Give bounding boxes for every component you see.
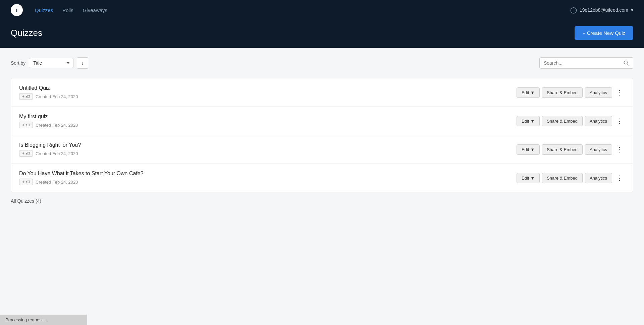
quiz-row: My first quiz + 🏷 Created Feb 24, 2020 E…: [11, 107, 633, 135]
analytics-button[interactable]: Analytics: [585, 144, 612, 155]
edit-label: Edit: [522, 147, 529, 152]
main-nav: Quizzes Polls Giveaways: [35, 7, 107, 13]
tag-icon: 🏷: [26, 94, 30, 99]
quiz-title: My first quiz: [19, 114, 517, 120]
more-options-button[interactable]: ⋮: [614, 145, 625, 154]
edit-label: Edit: [522, 90, 529, 95]
logo[interactable]: i: [11, 4, 24, 16]
quiz-date: Created Feb 24, 2020: [36, 94, 78, 99]
add-tag-button[interactable]: + 🏷: [19, 150, 33, 157]
edit-button[interactable]: Edit ▼: [517, 87, 540, 98]
quiz-info: Do You Have What it Takes to Start Your …: [19, 171, 517, 185]
sort-group: Sort by Title Date Created Date Modified…: [11, 57, 88, 69]
plus-icon: +: [22, 151, 24, 156]
quiz-meta: + 🏷 Created Feb 24, 2020: [19, 93, 517, 100]
chevron-down-icon: ▼: [530, 147, 535, 152]
create-quiz-button[interactable]: + Create New Quiz: [575, 26, 633, 40]
sort-direction-icon: ↓: [81, 60, 84, 67]
search-icon: [624, 60, 629, 66]
quiz-meta: + 🏷 Created Feb 24, 2020: [19, 122, 517, 128]
processing-label: Processing request...: [5, 317, 46, 322]
quiz-title: Do You Have What it Takes to Start Your …: [19, 171, 517, 177]
chevron-down-icon: ▼: [530, 176, 535, 181]
search-box: [539, 57, 633, 69]
plus-icon: +: [22, 94, 24, 99]
edit-label: Edit: [522, 119, 529, 124]
share-embed-button[interactable]: Share & Embed: [542, 116, 583, 126]
quiz-meta: + 🏷 Created Feb 24, 2020: [19, 150, 517, 157]
processing-bar: Processing request...: [0, 315, 87, 325]
plus-icon: +: [22, 123, 24, 127]
quiz-list: Untitled Quiz + 🏷 Created Feb 24, 2020 E…: [11, 78, 633, 192]
quiz-date: Created Feb 24, 2020: [36, 180, 78, 185]
quiz-info: My first quiz + 🏷 Created Feb 24, 2020: [19, 114, 517, 128]
sort-label: Sort by: [11, 60, 25, 66]
quiz-row: Untitled Quiz + 🏷 Created Feb 24, 2020 E…: [11, 78, 633, 107]
analytics-button[interactable]: Analytics: [585, 173, 612, 183]
tag-icon: 🏷: [26, 151, 30, 156]
toolbar: Sort by Title Date Created Date Modified…: [11, 57, 633, 69]
add-tag-button[interactable]: + 🏷: [19, 122, 33, 128]
quiz-actions: Edit ▼ Share & Embed Analytics ⋮: [517, 144, 625, 155]
quiz-actions: Edit ▼ Share & Embed Analytics ⋮: [517, 116, 625, 126]
sort-direction-button[interactable]: ↓: [77, 57, 88, 69]
more-options-button[interactable]: ⋮: [614, 116, 625, 126]
quiz-info: Untitled Quiz + 🏷 Created Feb 24, 2020: [19, 85, 517, 100]
quiz-meta: + 🏷 Created Feb 24, 2020: [19, 179, 517, 185]
search-input[interactable]: [540, 58, 620, 68]
analytics-button[interactable]: Analytics: [585, 87, 612, 98]
nav-giveaways[interactable]: Giveaways: [83, 7, 107, 13]
sort-select[interactable]: Title Date Created Date Modified: [29, 58, 73, 68]
add-tag-button[interactable]: + 🏷: [19, 179, 33, 185]
tag-icon: 🏷: [26, 123, 30, 127]
user-menu[interactable]: ◯ 19e12eb8@uifeed.com ▾: [570, 6, 633, 14]
edit-label: Edit: [522, 176, 529, 181]
nav-polls[interactable]: Polls: [62, 7, 73, 13]
quiz-row: Do You Have What it Takes to Start Your …: [11, 164, 633, 192]
share-embed-button[interactable]: Share & Embed: [542, 144, 583, 155]
page-title: Quizzes: [11, 28, 42, 38]
main-content: Sort by Title Date Created Date Modified…: [0, 48, 644, 213]
quiz-date: Created Feb 24, 2020: [36, 151, 78, 156]
add-tag-button[interactable]: + 🏷: [19, 93, 33, 100]
quiz-title: Untitled Quiz: [19, 85, 517, 91]
dropdown-icon: ▾: [631, 7, 633, 13]
user-icon: ◯: [570, 6, 577, 14]
logo-icon: i: [11, 4, 23, 16]
all-quizzes-label: All Quizzes (4): [11, 198, 633, 204]
share-embed-button[interactable]: Share & Embed: [542, 173, 583, 183]
analytics-button[interactable]: Analytics: [585, 116, 612, 126]
header: i Quizzes Polls Giveaways ◯ 19e12eb8@uif…: [0, 0, 644, 20]
quiz-info: Is Blogging Right for You? + 🏷 Created F…: [19, 142, 517, 157]
quiz-title: Is Blogging Right for You?: [19, 142, 517, 148]
chevron-down-icon: ▼: [530, 90, 535, 95]
share-embed-button[interactable]: Share & Embed: [542, 87, 583, 98]
quiz-actions: Edit ▼ Share & Embed Analytics ⋮: [517, 173, 625, 183]
more-options-button[interactable]: ⋮: [614, 173, 625, 183]
edit-button[interactable]: Edit ▼: [517, 144, 540, 155]
edit-button[interactable]: Edit ▼: [517, 116, 540, 126]
quiz-date: Created Feb 24, 2020: [36, 123, 78, 128]
edit-button[interactable]: Edit ▼: [517, 173, 540, 183]
user-email: 19e12eb8@uifeed.com: [580, 7, 628, 13]
chevron-down-icon: ▼: [530, 119, 535, 124]
page-title-bar: Quizzes + Create New Quiz: [0, 20, 644, 48]
quiz-actions: Edit ▼ Share & Embed Analytics ⋮: [517, 87, 625, 98]
svg-line-1: [627, 64, 629, 65]
nav-quizzes[interactable]: Quizzes: [35, 7, 53, 13]
tag-icon: 🏷: [26, 180, 30, 184]
plus-icon: +: [22, 180, 24, 184]
more-options-button[interactable]: ⋮: [614, 88, 625, 97]
quiz-row: Is Blogging Right for You? + 🏷 Created F…: [11, 135, 633, 164]
search-button[interactable]: [620, 58, 633, 68]
